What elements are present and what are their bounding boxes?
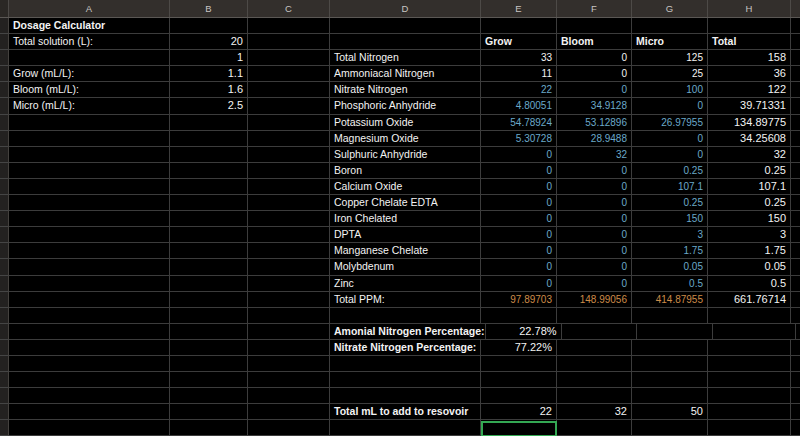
cell-B4[interactable]: 1.1: [170, 66, 248, 82]
cell-G10[interactable]: 0.25: [632, 163, 708, 179]
cell-E18[interactable]: 97.89703: [481, 292, 557, 308]
cell-I25[interactable]: [791, 404, 800, 420]
cell-F25[interactable]: 32: [557, 404, 632, 420]
cell-B2[interactable]: 20: [170, 34, 248, 50]
column-header-C[interactable]: C: [248, 0, 330, 17]
cell-H17[interactable]: 0.5: [708, 276, 791, 292]
row-header-19[interactable]: [0, 308, 9, 324]
cell-H14[interactable]: 3: [708, 227, 791, 243]
cell-G18[interactable]: 414.87955: [632, 292, 708, 308]
cell-F23[interactable]: [557, 372, 632, 388]
cell-I11[interactable]: [791, 179, 800, 195]
cell-A25[interactable]: [9, 404, 170, 420]
cell-G20[interactable]: [637, 324, 713, 340]
cell-D17[interactable]: Zinc: [330, 276, 481, 292]
cell-C25[interactable]: [248, 404, 330, 420]
cell-B9[interactable]: [170, 147, 248, 163]
cell-F1[interactable]: [557, 18, 632, 34]
cell-B13[interactable]: [170, 211, 248, 227]
cell-B14[interactable]: [170, 227, 248, 243]
cell-E14[interactable]: 0: [481, 227, 557, 243]
cell-I24[interactable]: [791, 388, 800, 404]
cell-B11[interactable]: [170, 179, 248, 195]
cell-D23[interactable]: [330, 372, 481, 388]
cell-I13[interactable]: [791, 211, 800, 227]
cell-D1[interactable]: [330, 18, 481, 34]
row-header-13[interactable]: [0, 211, 9, 227]
cell-E12[interactable]: 0: [481, 195, 557, 211]
cell-A2[interactable]: Total solution (L):: [9, 34, 170, 50]
cell-D14[interactable]: DPTA: [330, 227, 481, 243]
cell-B7[interactable]: [170, 115, 248, 131]
cell-I5[interactable]: [791, 82, 800, 98]
column-header-H[interactable]: H: [708, 0, 791, 17]
cell-C20[interactable]: [248, 324, 330, 340]
cell-H2[interactable]: Total: [708, 34, 791, 50]
cell-G17[interactable]: 0.5: [632, 276, 708, 292]
cell-I26[interactable]: [791, 420, 800, 436]
cell-E19[interactable]: [481, 308, 557, 324]
cell-D15[interactable]: Manganese Chelate: [330, 243, 481, 259]
cell-G25[interactable]: 50: [632, 404, 708, 420]
cell-A5[interactable]: Bloom (mL/L):: [9, 82, 170, 98]
cell-I17[interactable]: [791, 276, 800, 292]
cell-C8[interactable]: [248, 131, 330, 147]
cell-C17[interactable]: [248, 276, 330, 292]
row-header-9[interactable]: [0, 147, 9, 163]
cell-G1[interactable]: [632, 18, 708, 34]
cell-C12[interactable]: [248, 195, 330, 211]
cell-F8[interactable]: 28.9488: [557, 131, 632, 147]
row-header-26[interactable]: [0, 420, 9, 436]
cell-A6[interactable]: Micro (mL/L):: [9, 98, 170, 114]
cell-E24[interactable]: [481, 388, 557, 404]
cell-C10[interactable]: [248, 163, 330, 179]
cell-C9[interactable]: [248, 147, 330, 163]
cell-G5[interactable]: 100: [632, 82, 708, 98]
row-header-20[interactable]: [0, 324, 9, 340]
cell-H16[interactable]: 0.05: [708, 259, 791, 275]
cell-D25[interactable]: Total mL to add to resovoir: [330, 404, 481, 420]
row-header-22[interactable]: [0, 356, 9, 372]
cell-I2[interactable]: [791, 34, 800, 50]
cell-H5[interactable]: 122: [708, 82, 791, 98]
corner-cell[interactable]: [0, 0, 9, 17]
cell-E4[interactable]: 11: [481, 66, 557, 82]
cell-B19[interactable]: [170, 308, 248, 324]
row-header-18[interactable]: [0, 292, 9, 308]
cell-D3[interactable]: Total Nitrogen: [330, 50, 481, 66]
cell-A19[interactable]: [9, 308, 170, 324]
cell-H25[interactable]: [708, 404, 791, 420]
cell-C23[interactable]: [248, 372, 330, 388]
cell-E25[interactable]: 22: [481, 404, 557, 420]
cell-A18[interactable]: [9, 292, 170, 308]
cell-I4[interactable]: [791, 66, 800, 82]
cell-G6[interactable]: 0: [632, 98, 708, 114]
cell-G14[interactable]: 3: [632, 227, 708, 243]
cell-D21[interactable]: Nitrate Nitrogen Percentage:: [330, 340, 481, 356]
cell-I8[interactable]: [791, 131, 800, 147]
cell-G22[interactable]: [632, 356, 708, 372]
cell-B23[interactable]: [170, 372, 248, 388]
cell-B15[interactable]: [170, 243, 248, 259]
cell-B24[interactable]: [170, 388, 248, 404]
row-header-24[interactable]: [0, 388, 9, 404]
cell-F15[interactable]: 0: [557, 243, 632, 259]
cell-C26[interactable]: [248, 420, 330, 436]
cell-E17[interactable]: 0: [481, 276, 557, 292]
cell-F20[interactable]: [562, 324, 637, 340]
cell-B17[interactable]: [170, 276, 248, 292]
cell-E2[interactable]: Grow: [481, 34, 557, 50]
cell-I22[interactable]: [791, 356, 800, 372]
cell-F24[interactable]: [557, 388, 632, 404]
cell-D13[interactable]: Iron Chelated: [330, 211, 481, 227]
cell-D7[interactable]: Potassium Oxide: [330, 115, 481, 131]
cell-C21[interactable]: [248, 340, 330, 356]
cell-H15[interactable]: 1.75: [708, 243, 791, 259]
cell-H1[interactable]: [708, 18, 791, 34]
row-header-23[interactable]: [0, 372, 9, 388]
cell-C24[interactable]: [248, 388, 330, 404]
cell-F12[interactable]: 0: [557, 195, 632, 211]
column-header-D[interactable]: D: [330, 0, 481, 17]
cell-G3[interactable]: 125: [632, 50, 708, 66]
cell-H6[interactable]: 39.71331: [708, 98, 791, 114]
